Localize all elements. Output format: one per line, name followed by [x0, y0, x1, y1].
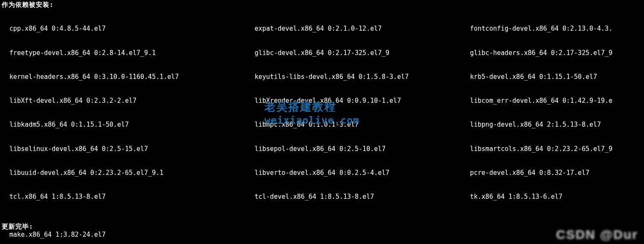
package-line: libcom_err-devel.x86_64 0:1.42.9-19.e — [470, 97, 641, 105]
package-line: libsmartcols.x86_64 0:2.23.2-65.el7_9 — [470, 145, 641, 153]
terminal-window[interactable]: 作为依赖被安装: cpp.x86_64 0:4.8.5-44.el7 freet… — [0, 0, 644, 244]
package-line: tcl.x86_64 1:8.5.13-8.el7 — [9, 193, 255, 201]
corner-watermark: CSDN @Dur — [556, 227, 638, 243]
package-line: libpng-devel.x86_64 2:1.5.13-8.el7 — [470, 121, 641, 129]
deps-installed-list: cpp.x86_64 0:4.8.5-44.el7 freetype-devel… — [2, 9, 641, 217]
package-line: cpp.x86_64 0:4.8.5-44.el7 — [9, 25, 255, 33]
package-line: keyutils-libs-devel.x86_64 0:1.5.8-3.el7 — [255, 73, 470, 81]
deps-installed-col1: cpp.x86_64 0:4.8.5-44.el7 freetype-devel… — [9, 9, 255, 217]
updated-list: make.x86_64 1:3.82-24.el7 — [2, 231, 641, 239]
package-line: make.x86_64 1:3.82-24.el7 — [9, 231, 641, 239]
package-line: krb5-devel.x86_64 0:1.15.1-50.el7 — [470, 73, 641, 81]
package-line: libuuid-devel.x86_64 0:2.23.2-65.el7_9.1 — [9, 169, 255, 177]
package-line: libsepol-devel.x86_64 0:2.5-10.el7 — [255, 145, 470, 153]
section-header-updated: 更新完毕: — [2, 223, 641, 231]
package-line: glibc-devel.x86_64 0:2.17-325.el7_9 — [255, 49, 470, 57]
package-line: libkadm5.x86_64 0:1.15.1-50.el7 — [9, 121, 255, 129]
package-line: libverto-devel.x86_64 0:0.2.5-4.el7 — [255, 169, 470, 177]
deps-installed-col3: fontconfig-devel.x86_64 0:2.13.0-4.3. gl… — [470, 9, 641, 217]
package-line: tcl-devel.x86_64 1:8.5.13-8.el7 — [255, 193, 470, 201]
section-header-deps-installed: 作为依赖被安装: — [2, 1, 641, 9]
package-line: expat-devel.x86_64 0:2.1.0-12.el7 — [255, 25, 470, 33]
package-line: libXft-devel.x86_64 0:2.3.2-2.el7 — [9, 97, 255, 105]
deps-installed-col2: expat-devel.x86_64 0:2.1.0-12.el7 glibc-… — [255, 9, 470, 217]
package-line: freetype-devel.x86_64 0:2.8-14.el7_9.1 — [9, 49, 255, 57]
package-line: libselinux-devel.x86_64 0:2.5-15.el7 — [9, 145, 255, 153]
package-line: libmpc.x86_64 0:1.0.1-3.el7 — [255, 121, 470, 129]
package-line: pcre-devel.x86_64 0:8.32-17.el7 — [470, 169, 641, 177]
package-line: glibc-headers.x86_64 0:2.17-325.el7_9 — [470, 49, 641, 57]
package-line: tk.x86_64 1:8.5.13-6.el7 — [470, 193, 641, 201]
package-line: libXrender-devel.x86_64 0:0.9.10-1.el7 — [255, 97, 470, 105]
package-line: fontconfig-devel.x86_64 0:2.13.0-4.3. — [470, 25, 641, 33]
package-line: kernel-headers.x86_64 0:3.10.0-1160.45.1… — [9, 73, 255, 81]
